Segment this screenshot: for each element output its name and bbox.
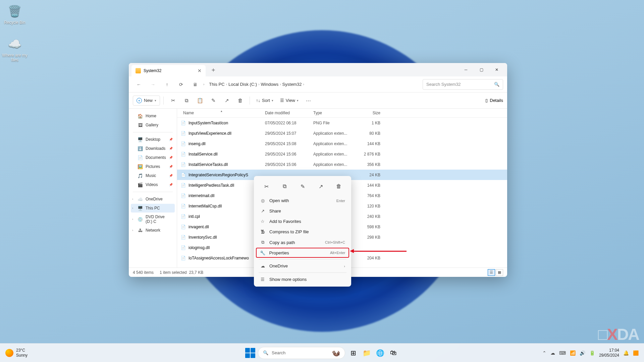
breadcrumb-segment[interactable]: System32 [282,82,302,87]
ctx-compress[interactable]: 🗜Compress to ZIP file [256,227,349,237]
task-view-button[interactable]: ⊞ [348,348,359,358]
taskbar-search[interactable]: 🔍 Search 🦦 [258,347,345,359]
column-headers[interactable]: Name▴ Date modified Type Size [177,109,507,118]
ctx-open-with[interactable]: ◎Open withEnter [256,195,349,206]
ctx-share[interactable]: ↗Share [256,206,349,216]
view-thumbnails-button[interactable]: ▦ [496,269,503,276]
refresh-button[interactable]: ⟳ [175,78,187,90]
gallery-icon: 🖼 [138,122,143,128]
file-row[interactable]: 📄 InstallServiceTasks.dll 29/05/2024 15:… [177,159,507,170]
share-icon: ↗ [260,208,265,214]
file-row[interactable]: 📄 InputSystemToastIcon 07/05/2022 06:18 … [177,118,507,128]
close-button[interactable]: ✕ [489,64,504,75]
tray-wifi-icon[interactable]: 📶 [570,350,576,356]
sort-button[interactable]: ↑↓ Sort ▾ [253,96,276,105]
up-button[interactable]: ↑ [161,78,173,90]
new-button[interactable]: + New ▾ [133,96,160,106]
breadcrumb[interactable]: This PC› Local Disk (C:)› Windows› Syste… [206,82,421,87]
file-icon: 📄 [180,224,186,230]
tray-volume-icon[interactable]: 🔊 [580,350,585,356]
search-icon: 🔍 [263,350,268,355]
sidebar-item-desktop[interactable]: 🖥️Desktop📌 [131,135,175,144]
tab-close-button[interactable]: ✕ [198,68,202,73]
details-button[interactable]: ▯ Details [485,98,503,103]
cut-button[interactable]: ✂ [167,95,179,107]
file-row[interactable]: 📄 InputViewExperience.dll 29/05/2024 15:… [177,128,507,138]
file-row[interactable]: 📄 inseng.dll 29/05/2024 15:08 Applicatio… [177,138,507,149]
ctx-favorites[interactable]: ☆Add to Favorites [256,216,349,227]
sidebar-item-pictures[interactable]: 🖼️Pictures📌 [131,162,175,171]
start-button[interactable] [245,348,255,358]
sidebar-item-this-pc[interactable]: ›🖥️This PC [131,204,175,213]
sidebar-item-dvd-drive-d-c[interactable]: ›💿DVD Drive (D:) C [131,213,175,226]
tray-app-icon[interactable]: 🟧 [633,350,639,356]
sidebar-gallery[interactable]: 🖼Gallery [131,121,175,129]
ctx-properties[interactable]: 🔧PropertiesAlt+Enter [256,248,349,258]
sidebar-item-videos[interactable]: 🎬Videos📌 [131,180,175,189]
file-icon: 📄 [180,203,186,209]
chevron-right-icon: › [132,229,133,232]
file-row[interactable]: 📄 InstallService.dll 29/05/2024 15:06 Ap… [177,149,507,159]
more-button[interactable]: ⋯ [303,95,315,107]
forward-button[interactable]: → [147,78,159,90]
toolbar: + New ▾ ✂ ⧉ 📋 ✎ ↗ 🗑 ↑↓ Sort ▾ ☰ View ▾ ⋯… [129,93,507,109]
tray-battery-icon[interactable]: 🔋 [589,350,595,356]
star-icon: ☆ [260,219,265,224]
ctx-onedrive[interactable]: ☁OneDrive› [256,261,349,271]
folder-icon [136,68,141,73]
ctx-delete-button[interactable]: 🗑 [332,181,345,192]
store-app[interactable]: 🛍 [388,348,399,358]
new-tab-button[interactable]: ＋ [210,66,216,74]
ctx-copy-path[interactable]: ⧉Copy as pathCtrl+Shift+C [256,237,349,248]
share-button[interactable]: ↗ [221,95,233,107]
sidebar-item-downloads[interactable]: ⬇️Downloads📌 [131,144,175,153]
delete-button[interactable]: 🗑 [234,95,246,107]
view-button[interactable]: ☰ View ▾ [277,96,301,105]
breadcrumb-segment[interactable]: This PC [209,82,224,87]
sidebar-item-network[interactable]: ›🖧Network [131,226,175,235]
tray-chevron[interactable]: ⌃ [542,350,546,356]
breadcrumb-segment[interactable]: Windows [261,82,279,87]
sidebar-home[interactable]: 🏠Home [131,112,175,120]
file-icon: 📄 [180,214,186,219]
ctx-more-options[interactable]: ☰Show more options [256,274,349,285]
copy-button[interactable]: ⧉ [180,95,193,107]
desktop-icon-files[interactable]: ☁️ Where are my files [2,36,28,62]
path-icon: ⧉ [260,240,265,245]
sidebar-item-documents[interactable]: 📄Documents📌 [131,153,175,162]
ctx-rename-button[interactable]: ✎ [296,181,309,192]
chevron-right-icon: › [344,264,345,268]
tray-onedrive-icon[interactable]: ☁ [550,350,555,356]
annotation-arrow [351,251,407,252]
file-icon: 📄 [180,255,186,261]
cloud-icon: ☁️ [7,36,22,52]
back-button[interactable]: ← [133,78,145,90]
tab-system32[interactable]: System32 ✕ [131,65,206,76]
ctx-cut-button[interactable]: ✂ [260,181,273,192]
file-icon: 📄 [180,235,186,240]
weather-widget[interactable]: 23°C Sunny [5,348,28,358]
rename-button[interactable]: ✎ [207,95,219,107]
sidebar-item-music[interactable]: 🎵Music📌 [131,171,175,180]
breadcrumb-segment[interactable]: Local Disk (C:) [228,82,257,87]
pin-icon: 📌 [169,156,173,159]
view-details-button[interactable]: ☰ [488,269,495,276]
explorer-app[interactable]: 📁 [361,348,372,358]
search-icon: 🔍 [494,82,499,87]
notifications-icon[interactable]: 🔔 [623,350,629,356]
search-input[interactable]: Search System32 🔍 [423,79,503,90]
edge-app[interactable]: 🌐 [375,348,385,358]
maximize-button[interactable]: ▢ [474,64,489,75]
paste-button[interactable]: 📋 [194,95,206,107]
ctx-copy-button[interactable]: ⧉ [278,181,291,192]
chevron-right-icon: › [132,218,133,221]
ctx-share-button[interactable]: ↗ [314,181,327,192]
minimize-button[interactable]: ─ [458,64,474,75]
pc-icon[interactable]: 🖥 [189,78,201,90]
sidebar-item-onedrive[interactable]: ›☁️OneDrive [131,195,175,203]
tray-keyboard-icon[interactable]: ⌨ [559,350,566,356]
taskbar: 23°C Sunny 🔍 Search 🦦 ⊞ 📁 🌐 🛍 ⌃ ☁ ⌨ 📶 🔊 … [0,343,644,362]
clock[interactable]: 17:04 29/05/2024 [599,348,619,358]
pin-icon: 📌 [169,165,173,168]
desktop-icon-recycle-bin[interactable]: 🗑️ Recycle Bin [2,3,28,25]
